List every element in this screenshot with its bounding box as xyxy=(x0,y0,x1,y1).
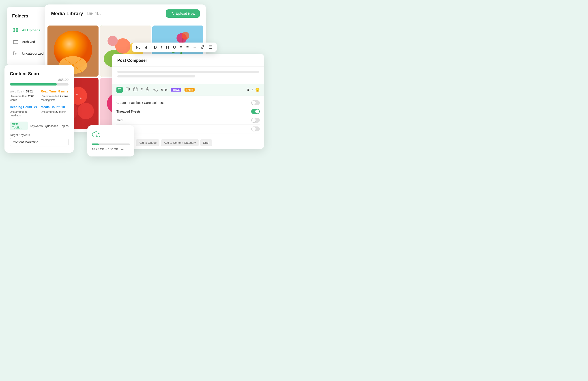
svg-point-29 xyxy=(78,103,94,119)
svg-point-33 xyxy=(76,94,78,95)
toolbar-divider xyxy=(150,45,150,49)
media-count-label: Media Count xyxy=(41,105,60,109)
toolbar-left: # ◇◇ UTM canva crello xyxy=(116,87,195,93)
bold-format-button[interactable]: B xyxy=(247,88,249,92)
text-line-2 xyxy=(117,75,195,78)
draft-button[interactable]: Draft xyxy=(200,140,212,146)
archive-icon xyxy=(12,38,19,45)
link-button[interactable] xyxy=(200,45,205,50)
storage-bar-fill xyxy=(92,143,99,145)
folders-title: Folders xyxy=(12,13,28,19)
tab-topics[interactable]: Topics xyxy=(60,124,68,128)
toggle-row-facebook: Create a Facebook Carousel Post xyxy=(116,99,260,107)
hashtag-button[interactable]: # xyxy=(141,87,143,92)
text-line-1 xyxy=(117,71,259,73)
toggle-knob-4 xyxy=(252,127,256,131)
tab-questions[interactable]: Questions xyxy=(45,124,58,128)
tab-keywords[interactable]: Keywords xyxy=(30,124,43,128)
heading-count-desc: Use around 28 headings xyxy=(10,110,38,118)
toggle-row-tweets: Threaded Tweets xyxy=(116,107,260,116)
media-title-group: Media Library 5254 Files xyxy=(51,11,101,17)
indent-button[interactable]: ← xyxy=(192,45,197,50)
upload-icon xyxy=(170,12,174,16)
heading-count-block: Heading Count 24 Use around 28 headings xyxy=(10,105,38,118)
toggle-knob-2 xyxy=(255,109,259,114)
content-score-value: 80/100 xyxy=(10,78,68,81)
tab-seo-toolkit[interactable]: SEO Toolkit xyxy=(10,121,28,130)
composer-toolbar: # ◇◇ UTM canva crello B I 🙂 xyxy=(112,84,264,96)
svg-rect-45 xyxy=(134,88,137,91)
format-dropdown[interactable]: Normal xyxy=(136,45,147,49)
calendar-button[interactable] xyxy=(133,87,137,92)
toggle-knob-3 xyxy=(252,118,256,122)
add-to-queue-button[interactable]: Add to Queue xyxy=(136,140,159,146)
storage-bar xyxy=(92,143,130,145)
media-count-value: 10 xyxy=(61,105,65,109)
media-library-title: Media Library xyxy=(51,11,83,17)
folder-plus-icon xyxy=(12,50,19,57)
storage-text: 18.26 GB of 100 GB used xyxy=(92,147,125,151)
comment-toggle[interactable] xyxy=(251,118,260,123)
heading-count-label: Heading Count xyxy=(10,105,32,109)
question-toggle[interactable] xyxy=(251,126,260,131)
svg-rect-0 xyxy=(13,28,15,30)
read-time-value: 8 mins xyxy=(59,90,68,93)
canva-badge[interactable]: canva xyxy=(171,88,181,92)
target-keyword-input[interactable] xyxy=(10,138,68,146)
composer-header: Post Composer xyxy=(112,54,264,67)
facebook-carousel-label: Create a Facebook Carousel Post xyxy=(116,101,249,104)
svg-rect-42 xyxy=(118,88,121,91)
svg-rect-3 xyxy=(16,30,18,32)
image-insert-button[interactable] xyxy=(116,87,123,93)
crello-badge[interactable]: crello xyxy=(185,88,195,92)
notes-button[interactable]: ☰ xyxy=(208,45,213,50)
read-time-label: Read Time xyxy=(41,90,57,93)
media-library-header: Media Library 5254 Files Upload Now xyxy=(45,4,206,23)
svg-point-18 xyxy=(107,36,118,46)
action-row: Schedule Add to Queue Add to Content Cat… xyxy=(112,136,264,149)
heading-count-value: 24 xyxy=(34,105,38,109)
svg-point-46 xyxy=(147,88,148,90)
facebook-carousel-toggle[interactable] xyxy=(251,100,260,105)
cloud-icon xyxy=(92,131,130,141)
list-button[interactable]: ≡ xyxy=(179,45,183,50)
toggle-row-question: n this? xyxy=(116,125,260,133)
word-count-value: 3251 xyxy=(26,90,33,93)
word-count-block: Word Count 3251 Use more than 2500 words xyxy=(10,90,38,102)
threaded-tweets-label: Threaded Tweets xyxy=(116,110,249,113)
upload-now-button[interactable]: Upload Now xyxy=(166,9,200,18)
content-score-card: Content Score 80/100 Word Count 3251 Use… xyxy=(4,65,74,153)
read-time-block: Read Time 8 mins Recommended 7 mins read… xyxy=(41,90,68,102)
composer-title: Post Composer xyxy=(117,58,147,63)
read-time-desc: Recommended 7 mins reading time xyxy=(41,95,68,102)
heading-button[interactable]: H xyxy=(166,45,169,50)
align-right-button[interactable]: ≡ xyxy=(186,45,189,50)
location-button[interactable] xyxy=(146,87,149,92)
word-count-desc: Use more than 2500 words xyxy=(10,95,38,102)
storage-card: 18.26 GB of 100 GB used xyxy=(87,125,134,157)
video-button[interactable] xyxy=(126,87,130,92)
target-keyword-label: Target Keyword xyxy=(10,133,68,137)
grid-icon xyxy=(12,26,19,34)
composer-body xyxy=(112,67,264,84)
svg-rect-1 xyxy=(16,28,18,30)
content-score-bar xyxy=(10,83,68,85)
underline-button[interactable]: U xyxy=(172,45,176,50)
emoji-button[interactable]: 🙂 xyxy=(255,88,260,92)
threaded-tweets-toggle[interactable] xyxy=(251,109,260,114)
format-toolbar: Normal B I H U ≡ ≡ ← ☰ xyxy=(132,42,217,52)
code-button[interactable]: ◇◇ xyxy=(152,88,158,92)
metrics-grid: Word Count 3251 Use more than 2500 words… xyxy=(10,90,68,118)
add-to-content-category-button[interactable]: Add to Content Category xyxy=(161,140,199,146)
bold-button[interactable]: B xyxy=(153,45,157,50)
italic-format-button[interactable]: I xyxy=(252,88,252,92)
italic-button[interactable]: I xyxy=(160,45,162,50)
comment-label: ment xyxy=(116,119,249,122)
post-composer-card: Post Composer xyxy=(112,54,264,149)
content-score-fill xyxy=(10,83,57,85)
toggle-knob xyxy=(252,101,256,105)
utm-badge[interactable]: UTM xyxy=(161,88,168,91)
media-count-desc: Use around 23 Media xyxy=(41,110,68,114)
question-label: n this? xyxy=(116,127,249,131)
svg-rect-44 xyxy=(126,88,129,91)
